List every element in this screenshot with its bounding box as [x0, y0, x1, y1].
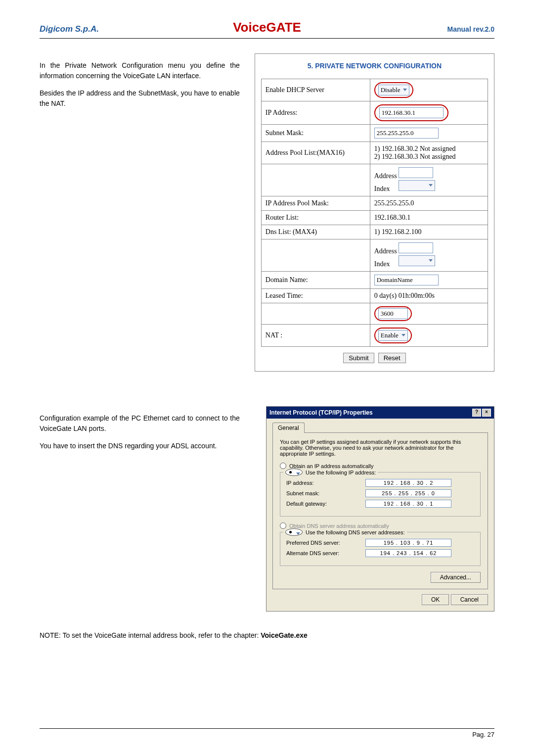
radio-obtain-dns: Obtain DNS server address automatically	[280, 522, 481, 529]
radio-obtain-ip[interactable]: Obtain an IP address automatically	[280, 463, 481, 469]
submit-button[interactable]: Submit	[343, 353, 374, 363]
product-title: VoiceGATE	[191, 20, 343, 35]
dns-address-label: Address	[374, 247, 397, 255]
tcpip-dialog: Internet Protocol (TCP/IP) Properties ? …	[266, 406, 494, 612]
leased-value: 0 day(s) 01h:00m:00s	[370, 289, 488, 303]
ip-address-input[interactable]: 192.168.30.1	[379, 107, 444, 118]
radio-icon	[280, 463, 286, 469]
ip-address-label: IP Address:	[261, 101, 370, 125]
router-list-label: Router List:	[261, 211, 370, 225]
radio-icon	[280, 522, 286, 529]
nat-label: NAT :	[261, 325, 370, 347]
nat-select[interactable]: Enable	[378, 330, 408, 341]
dns-alt-input[interactable]: 194 . 243 . 154 . 62	[365, 549, 451, 557]
subnet-label: Subnet Mask:	[261, 125, 370, 142]
pool-list-line2: 2) 192.168.30.3 Not assigned	[374, 153, 484, 161]
highlight-nat: Enable	[374, 328, 412, 343]
note-bold: VoiceGate.exe	[261, 631, 308, 639]
pool-address-input[interactable]	[399, 167, 433, 178]
subnet-input[interactable]: 255.255.255.0	[374, 128, 439, 139]
tab-general[interactable]: General	[272, 423, 305, 433]
radio-use-dns-label: Use the following DNS server addresses:	[306, 529, 405, 535]
ip-addr-label: IP address:	[286, 480, 360, 486]
pool-mask-value: 255.255.255.0	[370, 196, 488, 211]
gateway-input[interactable]: 192 . 168 . 30 . 1	[365, 500, 451, 508]
radio-use-ip[interactable]: Use the following IP address:	[283, 469, 378, 476]
pool-index-label: Index	[374, 185, 390, 192]
intro-paragraph-2: Besides the IP address and the SubnetMas…	[40, 88, 240, 109]
close-icon[interactable]: ×	[482, 409, 491, 417]
reset-button[interactable]: Reset	[378, 353, 406, 363]
radio-use-ip-label: Use the following IP address:	[306, 470, 376, 475]
radio-icon	[285, 528, 303, 536]
brand-name: Digicom S.p.A.	[40, 24, 191, 34]
page-footer: Pag. 27	[40, 728, 494, 738]
pool-list-label: Address Pool List:(MAX16)	[261, 142, 370, 164]
dialog-description: You can get IP settings assigned automat…	[280, 439, 481, 457]
router-list-value: 192.168.30.1	[370, 211, 488, 225]
page-note: NOTE: To set the VoiceGate internal addr…	[40, 631, 494, 639]
dns-index-label: Index	[374, 260, 390, 268]
private-network-panel: 5. PRIVATE NETWORK CONFIGURATION Enable …	[255, 53, 494, 372]
gateway-label: Default gateway:	[286, 501, 360, 507]
highlight-ip-subnet: 192.168.30.1	[374, 104, 448, 121]
advanced-button[interactable]: Advanced...	[431, 572, 481, 583]
domain-label: Domain Name:	[261, 272, 370, 289]
note-prefix: NOTE: To set the VoiceGate internal addr…	[40, 631, 261, 639]
dns-index-select[interactable]	[399, 255, 435, 266]
dns-pref-label: Preferred DNS server:	[286, 540, 360, 546]
dialog-title: Internet Protocol (TCP/IP) Properties	[269, 409, 373, 416]
highlight-leased-num: 3600	[374, 306, 412, 321]
highlight-dhcp: Disable	[374, 82, 414, 98]
dns-list-label: Dns List: (MAX4)	[261, 225, 370, 239]
intro-paragraph-1: In the Private Network Configuration men…	[40, 60, 240, 81]
radio-use-dns[interactable]: Use the following DNS server addresses:	[283, 528, 407, 536]
help-icon[interactable]: ?	[472, 409, 481, 417]
dns-address-input[interactable]	[399, 242, 433, 253]
pool-mask-label: IP Address Pool Mask:	[261, 196, 370, 211]
pool-list-line1: 1) 192.168.30.2 Not assigned	[374, 145, 484, 153]
pool-index-select[interactable]	[399, 180, 435, 191]
panel-title: 5. PRIVATE NETWORK CONFIGURATION	[261, 62, 488, 70]
manual-revision: Manual rev.2.0	[343, 25, 494, 33]
leased-label: Leased Time:	[261, 289, 370, 303]
ok-button[interactable]: OK	[422, 594, 449, 605]
enable-dhcp-select[interactable]: Disable	[378, 85, 410, 95]
tcpip-subnet-label: Subnet mask:	[286, 490, 360, 496]
dns-pref-input[interactable]: 195 . 103 . 9 . 71	[365, 539, 451, 547]
page-number: Pag. 27	[472, 731, 494, 738]
tcpip-paragraph-2: You have to insert the DNS regarding you…	[40, 441, 240, 451]
radio-obtain-ip-label: Obtain an IP address automatically	[289, 463, 373, 469]
pool-address-label: Address	[374, 172, 397, 180]
dns-list-value: 1) 192.168.2.100	[370, 225, 488, 239]
radio-obtain-dns-label: Obtain DNS server address automatically	[289, 523, 389, 529]
tcpip-subnet-input[interactable]: 255 . 255 . 255 . 0	[365, 489, 451, 497]
cancel-button[interactable]: Cancel	[451, 594, 488, 605]
domain-input[interactable]: DomainName	[374, 275, 439, 285]
leased-num-input[interactable]: 3600	[378, 308, 408, 319]
radio-icon	[285, 469, 303, 476]
dns-alt-label: Alternate DNS server:	[286, 550, 360, 556]
enable-dhcp-label: Enable DHCP Server	[261, 79, 370, 101]
ip-addr-input[interactable]: 192 . 168 . 30 . 2	[365, 479, 451, 487]
page-header: Digicom S.p.A. VoiceGATE Manual rev.2.0	[40, 20, 494, 39]
tcpip-paragraph-1: Configuration example of the PC Ethernet…	[40, 413, 240, 434]
